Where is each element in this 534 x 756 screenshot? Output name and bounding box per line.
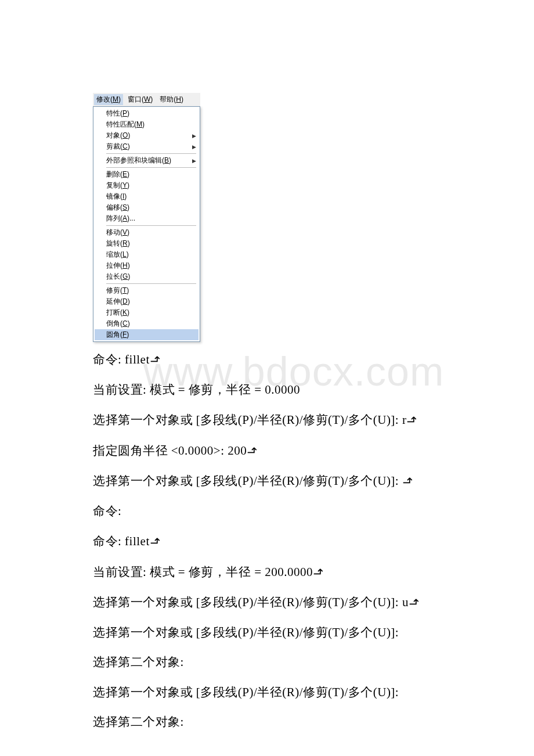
menu-item-label: 旋转(R) xyxy=(106,239,130,249)
menu-separator xyxy=(106,167,196,168)
menubar-help-accel: H xyxy=(176,95,181,103)
menu-item-g[interactable]: 拉长(G) xyxy=(95,271,199,282)
submenu-arrow-icon: ▶ xyxy=(192,144,196,150)
transcript-line: 命令: fillet↲ xyxy=(93,532,522,551)
menu-item-a[interactable]: 阵列(A)... xyxy=(95,213,199,224)
menu-item-e[interactable]: 删除(E) xyxy=(95,169,199,180)
menu-item-b[interactable]: 外部参照和块编辑(B)▶ xyxy=(95,155,199,166)
enter-key-icon: ↲ xyxy=(146,536,164,547)
menu-item-c[interactable]: 倒角(C) xyxy=(95,318,199,329)
transcript-line: 命令: xyxy=(93,502,522,521)
menu-item-label: 圆角(F) xyxy=(106,330,129,340)
modify-dropdown: 特性(P)特性匹配(M)对象(O)▶剪裁(C)▶外部参照和块编辑(B)▶删除(E… xyxy=(93,106,200,342)
enter-key-icon: ↲ xyxy=(398,476,417,487)
menu-item-v[interactable]: 移动(V) xyxy=(95,227,199,238)
menu-item-i[interactable]: 镜像(I) xyxy=(95,191,199,202)
menu-item-label: 复制(Y) xyxy=(106,181,129,190)
menu-item-label: 延伸(D) xyxy=(106,297,130,307)
menu-item-label: 阵列(A)... xyxy=(106,214,135,224)
transcript-line: 选择第一个对象或 [多段线(P)/半径(R)/修剪(T)/多个(U)]: xyxy=(93,683,522,702)
menu-item-r[interactable]: 旋转(R) xyxy=(95,238,199,249)
menubar-window[interactable]: 窗口(W) xyxy=(125,94,155,105)
enter-key-icon: ↲ xyxy=(146,354,164,365)
menu-item-p[interactable]: 特性(P) xyxy=(95,108,199,119)
command-transcript: 命令: fillet↲当前设置: 模式 = 修剪，半径 = 0.0000选择第一… xyxy=(93,350,522,732)
menu-item-f[interactable]: 圆角(F) xyxy=(95,329,199,340)
transcript-line: 选择第一个对象或 [多段线(P)/半径(R)/修剪(T)/多个(U)]: ↲ xyxy=(93,471,522,491)
menu-item-o[interactable]: 对象(O)▶ xyxy=(95,130,199,141)
menubar-window-accel: W xyxy=(144,95,150,103)
menubar-window-text: 窗口 xyxy=(128,95,142,103)
menubar-help[interactable]: 帮助(H) xyxy=(157,94,186,105)
enter-key-icon: ↲ xyxy=(309,566,328,577)
menu-item-label: 移动(V) xyxy=(106,228,129,237)
enter-key-icon: ↲ xyxy=(403,415,421,426)
transcript-line: 指定圆角半径 <0.0000>: 200↲ xyxy=(93,441,522,460)
menu-item-y[interactable]: 复制(Y) xyxy=(95,180,199,191)
menu-item-label: 对象(O) xyxy=(106,131,130,141)
menu-item-label: 偏移(S) xyxy=(106,203,129,213)
transcript-line: 选择第一个对象或 [多段线(P)/半径(R)/修剪(T)/多个(U)]: xyxy=(93,624,522,642)
menu-item-label: 删除(E) xyxy=(106,170,129,179)
menubar-modify-text: 修改 xyxy=(96,95,110,103)
menu-item-d[interactable]: 延伸(D) xyxy=(95,296,199,307)
menubar-modify[interactable]: 修改(M) xyxy=(94,94,123,105)
menubar-modify-accel: M xyxy=(113,95,118,103)
page: 修改(M) 窗口(W) 帮助(H) 特性(P)特性匹配(M)对象(O)▶剪裁(C… xyxy=(0,0,534,756)
transcript-line: 当前设置: 模式 = 修剪，半径 = 0.0000 xyxy=(93,381,522,399)
modify-menu-screenshot: 修改(M) 窗口(W) 帮助(H) 特性(P)特性匹配(M)对象(O)▶剪裁(C… xyxy=(93,93,200,342)
menu-item-h[interactable]: 拉伸(H) xyxy=(95,260,199,271)
menu-item-label: 拉长(G) xyxy=(106,272,130,282)
transcript-line: 选择第二个对象: xyxy=(93,713,522,732)
menu-item-label: 倒角(C) xyxy=(106,319,130,329)
menu-item-l[interactable]: 缩放(L) xyxy=(95,249,199,260)
menu-item-label: 特性匹配(M) xyxy=(106,120,145,129)
transcript-line: 选择第一个对象或 [多段线(P)/半径(R)/修剪(T)/多个(U)]: u↲ xyxy=(93,593,522,612)
menu-item-m[interactable]: 特性匹配(M) xyxy=(95,119,199,130)
menubar-help-text: 帮助 xyxy=(160,95,174,103)
menu-item-k[interactable]: 打断(K) xyxy=(95,307,199,318)
transcript-line: 选择第二个对象: xyxy=(93,653,522,672)
enter-key-icon: ↲ xyxy=(243,445,262,456)
menu-item-label: 缩放(L) xyxy=(106,250,129,260)
menu-item-c[interactable]: 剪裁(C)▶ xyxy=(95,141,199,152)
menu-item-label: 修剪(T) xyxy=(106,286,129,296)
menu-separator xyxy=(106,153,196,154)
enter-key-icon: ↲ xyxy=(405,597,423,608)
menu-item-label: 打断(K) xyxy=(106,308,129,318)
menu-separator xyxy=(106,225,196,226)
menu-item-label: 拉伸(H) xyxy=(106,261,130,271)
submenu-arrow-icon: ▶ xyxy=(192,133,196,139)
transcript-line: 当前设置: 模式 = 修剪，半径 = 200.0000↲ xyxy=(93,563,522,582)
menu-item-label: 镜像(I) xyxy=(106,192,127,201)
transcript-line: 选择第一个对象或 [多段线(P)/半径(R)/修剪(T)/多个(U)]: r↲ xyxy=(93,411,522,430)
menu-separator xyxy=(106,283,196,284)
menubar: 修改(M) 窗口(W) 帮助(H) xyxy=(93,93,200,106)
submenu-arrow-icon: ▶ xyxy=(192,158,196,164)
menu-item-s[interactable]: 偏移(S) xyxy=(95,202,199,213)
menu-item-label: 剪裁(C) xyxy=(106,142,130,152)
menu-item-label: 外部参照和块编辑(B) xyxy=(106,156,171,165)
transcript-line: 命令: fillet↲ xyxy=(93,350,522,369)
menu-item-t[interactable]: 修剪(T) xyxy=(95,285,199,296)
menu-item-label: 特性(P) xyxy=(106,109,129,118)
